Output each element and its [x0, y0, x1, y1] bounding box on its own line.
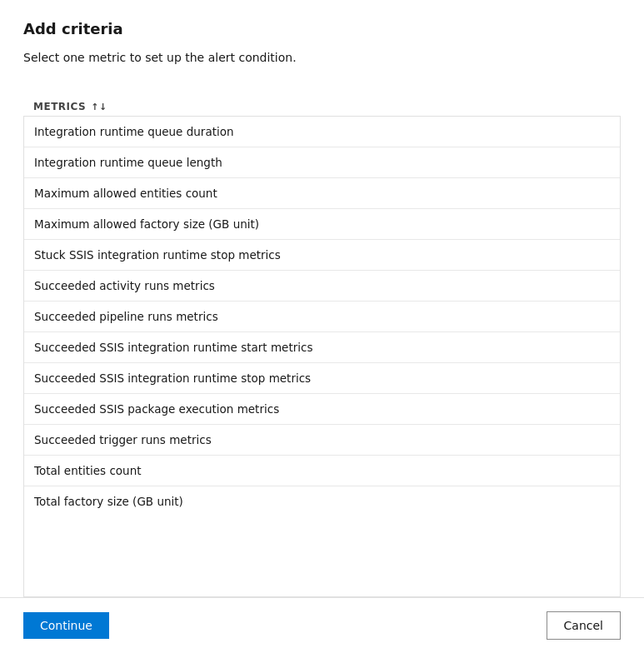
dialog-subtitle: Select one metric to set up the alert co…: [23, 51, 621, 64]
sort-icon[interactable]: [91, 102, 107, 112]
metrics-header: METRICS: [23, 94, 621, 116]
metric-item[interactable]: Maximum allowed entities count: [24, 178, 620, 209]
metric-item[interactable]: Succeeded SSIS integration runtime start…: [24, 332, 620, 363]
metrics-list[interactable]: Integration runtime queue durationIntegr…: [23, 116, 621, 597]
metric-item[interactable]: Total factory size (GB unit): [24, 486, 620, 516]
metric-item[interactable]: Integration runtime queue duration: [24, 117, 620, 147]
metric-item[interactable]: Integration runtime queue length: [24, 147, 620, 178]
dialog-footer: Continue Cancel: [0, 597, 644, 653]
metric-item[interactable]: Succeeded SSIS package execution metrics: [24, 394, 620, 425]
metric-item[interactable]: Succeeded trigger runs metrics: [24, 425, 620, 456]
metric-item[interactable]: Maximum allowed factory size (GB unit): [24, 209, 620, 240]
metric-item[interactable]: Stuck SSIS integration runtime stop metr…: [24, 240, 620, 271]
continue-button[interactable]: Continue: [23, 612, 109, 639]
metric-item[interactable]: Total entities count: [24, 456, 620, 486]
add-criteria-dialog: Add criteria Select one metric to set up…: [0, 0, 644, 653]
metric-item[interactable]: Succeeded pipeline runs metrics: [24, 302, 620, 332]
metrics-label: METRICS: [33, 101, 86, 112]
metric-item[interactable]: Succeeded activity runs metrics: [24, 271, 620, 302]
cancel-button[interactable]: Cancel: [547, 611, 621, 640]
metric-item[interactable]: Succeeded SSIS integration runtime stop …: [24, 363, 620, 394]
metrics-section: METRICS Integration runtime queue durati…: [0, 94, 644, 597]
dialog-header: Add criteria Select one metric to set up…: [0, 0, 644, 94]
dialog-title: Add criteria: [23, 20, 621, 37]
